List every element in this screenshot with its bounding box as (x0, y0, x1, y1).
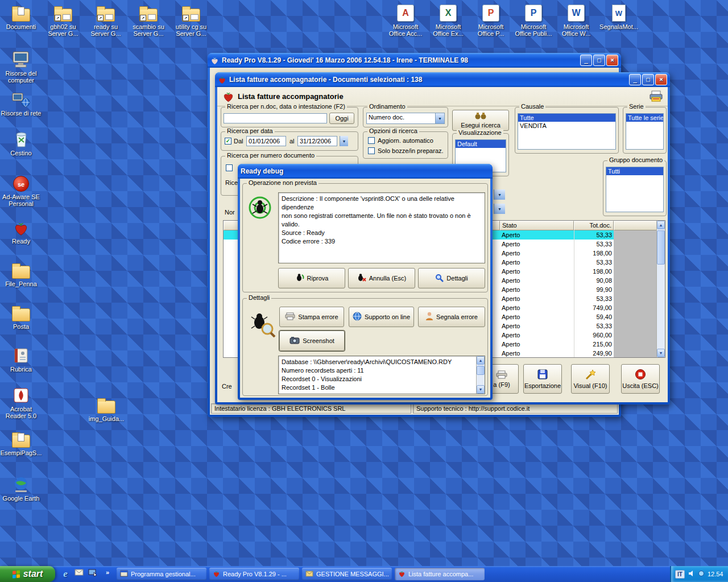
table-row[interactable]: Aperto53,33 (491, 258, 665, 267)
desktop-icon-img-guida[interactable]: img_Guida... (85, 394, 127, 422)
oggi-button[interactable]: Oggi (329, 113, 354, 124)
report-printer-icon[interactable] (650, 90, 663, 104)
table-row[interactable]: Aperto53,33 (491, 321, 665, 331)
table-scrollbar[interactable]: ▲ ▼ (656, 221, 665, 357)
scroll-up-icon[interactable]: ▲ (657, 221, 665, 229)
scroll-down-icon[interactable]: ▼ (477, 385, 485, 394)
desktop-icon-gbh02[interactable]: gbh02 su Server G... (42, 2, 84, 37)
debug-dialog-titlebar[interactable]: Ready debug (238, 164, 493, 179)
clock[interactable]: 12.54 (708, 571, 723, 577)
desktop-icon-file-penna[interactable]: File_Penna (0, 259, 42, 287)
taskbar-item-readypro[interactable]: Ready Pro V8.1.29 - ... (209, 568, 299, 580)
dal-checkbox[interactable]: ✓ (225, 138, 231, 145)
chevron-down-icon[interactable]: ▼ (494, 189, 505, 200)
serie-listbox[interactable]: Tutte le serie (626, 113, 664, 150)
detail-scrollbar[interactable]: ▲ ▼ (476, 356, 485, 394)
language-indicator[interactable]: IT (675, 570, 685, 579)
segnala-errore-button[interactable]: Segnala errore (418, 307, 485, 327)
desktop-icon-risorse-computer[interactable]: Risorse del computer (0, 49, 42, 84)
speaker-icon[interactable] (688, 570, 695, 578)
list-item[interactable]: Tutte le serie (626, 114, 663, 122)
list-item[interactable]: Tutti (606, 167, 663, 175)
ordinamento-combobox[interactable]: Numero doc. ▼ (366, 113, 445, 124)
table-row[interactable]: Aperto90,08 (491, 276, 665, 285)
numero-checkbox[interactable] (226, 164, 233, 171)
gruppo-documento-listbox[interactable]: Tutti (606, 167, 664, 212)
minimize-button[interactable]: _ (629, 74, 641, 85)
desktop-icon-posta[interactable]: Posta (0, 302, 42, 330)
table-row[interactable]: Aperto215,00 (491, 340, 665, 349)
desktop-icon-office-excel[interactable]: X Microsoft Office Ex... (427, 2, 469, 37)
internet-explorer-icon[interactable]: e (60, 569, 71, 579)
table-row[interactable]: Aperto198,00 (491, 267, 665, 276)
table-row[interactable]: Aperto198,00 (491, 249, 665, 258)
list-item[interactable]: VENDITA (518, 122, 615, 130)
desktop-icon-acrobat[interactable]: Acrobat Reader 5.0 (0, 385, 42, 419)
desktop-icon-scambio[interactable]: scambio su Server G... (127, 2, 169, 37)
close-button[interactable]: × (606, 55, 618, 66)
column-header-stato[interactable]: Stato (500, 221, 574, 230)
uscita-button[interactable]: Uscita (ESC) (621, 364, 660, 394)
esportazione-button[interactable]: Esportazione (523, 364, 562, 394)
main-window-titlebar[interactable]: Ready Pro V8.1.29 - Giovedi' 16 Marzo 20… (208, 53, 621, 68)
taskbar-item-lista-fatture[interactable]: Lista fatture accompa... (395, 568, 485, 580)
taskbar-item-programma[interactable]: Programma gestional... (117, 568, 206, 580)
desktop-icon-esempipags[interactable]: EsempiPagS... (0, 428, 42, 456)
maximize-button[interactable]: □ (593, 55, 605, 66)
desktop-icon-utility[interactable]: utility cg su Server G... (170, 2, 212, 37)
desktop-icon-rubrica[interactable]: Rubrica (0, 345, 42, 373)
list-window-titlebar[interactable]: Lista fatture accompagnatorie - Document… (215, 72, 670, 87)
desktop-icon-adaware[interactable]: se Ad-Aware SE Personal (0, 172, 42, 207)
close-button[interactable]: × (655, 74, 667, 85)
taskbar-item-gestione-messaggi[interactable]: GESTIONE MESSAGGI... (302, 568, 392, 580)
desktop-icon-office-publisher[interactable]: P Microsoft Office Publi... (512, 2, 555, 37)
desktop-icon-office-word[interactable]: W Microsoft Office W... (555, 2, 597, 37)
table-row[interactable]: Aperto99,90 (491, 285, 665, 294)
dal-date-input[interactable]: 01/01/2006 (246, 136, 286, 146)
maximize-button[interactable]: □ (642, 74, 654, 85)
list-item[interactable]: Tutte (518, 114, 615, 122)
calendar-dropdown-icon[interactable]: ▼ (340, 136, 348, 146)
al-date-input[interactable]: 31/12/2006 (297, 136, 337, 146)
supporto-online-button[interactable]: Supporto on line (349, 307, 414, 327)
desktop-icon-office-powerpoint[interactable]: P Microsoft Office P... (470, 2, 512, 37)
quick-launch-overflow-chevron[interactable]: » (102, 569, 113, 579)
table-row[interactable]: Aperto749,00 (491, 303, 665, 312)
desktop-icon-google-earth[interactable]: Google Earth (0, 474, 42, 502)
start-button[interactable]: start (0, 566, 55, 582)
mail-icon[interactable] (74, 569, 84, 579)
list-item[interactable]: Default (456, 140, 506, 148)
causale-listbox[interactable]: Tutte VENDITA (518, 113, 616, 150)
minimize-button[interactable]: _ (580, 55, 592, 66)
scroll-up-icon[interactable]: ▲ (477, 356, 485, 365)
desktop-icon-ready[interactable]: Ready (0, 217, 42, 245)
documents-table[interactable]: Stato Tot.doc. Aperto53,33 Aperto53,33 A… (490, 220, 665, 358)
riprova-button[interactable]: Riprova (278, 268, 345, 288)
table-row[interactable]: Aperto53,33 (491, 230, 665, 240)
dettagli-button[interactable]: Dettagli (418, 268, 485, 288)
chevron-down-icon[interactable]: ▼ (435, 113, 444, 123)
stampa-errore-button[interactable]: Stampa errore (279, 307, 344, 327)
desktop-icon-office-access[interactable]: A Microsoft Office Acc... (384, 2, 427, 37)
esegui-ricerca-button[interactable]: Esegui ricerca (452, 110, 509, 131)
desktop-icon-cestino[interactable]: Cestino (0, 129, 42, 156)
table-row[interactable]: Aperto53,33 (491, 240, 665, 249)
table-row[interactable]: Aperto53,33 (491, 294, 665, 303)
table-row[interactable]: Aperto960,00 (491, 331, 665, 340)
scrollbar-thumb[interactable] (477, 366, 485, 375)
desktop-icon-documenti[interactable]: Documenti (0, 2, 42, 30)
column-header-totdoc[interactable]: Tot.doc. (574, 221, 614, 230)
scrollbar-thumb[interactable] (657, 230, 665, 265)
visual-button[interactable]: Visual (F10) (571, 364, 610, 394)
bozze-checkbox[interactable] (368, 147, 375, 154)
desktop-icon-risorse-rete[interactable]: Risorse di rete (0, 89, 42, 117)
screenshot-button[interactable]: Screenshot (279, 331, 345, 351)
tray-app-icon[interactable] (698, 571, 704, 577)
table-row[interactable]: Aperto249,90 (491, 349, 665, 358)
show-desktop-icon[interactable] (88, 569, 98, 579)
desktop-icon-segnalamot[interactable]: W SegnalaMot... (598, 2, 640, 30)
scroll-down-icon[interactable]: ▼ (657, 349, 665, 357)
table-row[interactable]: Aperto59,40 (491, 312, 665, 321)
annulla-button[interactable]: Annulla (Esc) (348, 268, 415, 288)
search-input[interactable] (224, 113, 327, 123)
